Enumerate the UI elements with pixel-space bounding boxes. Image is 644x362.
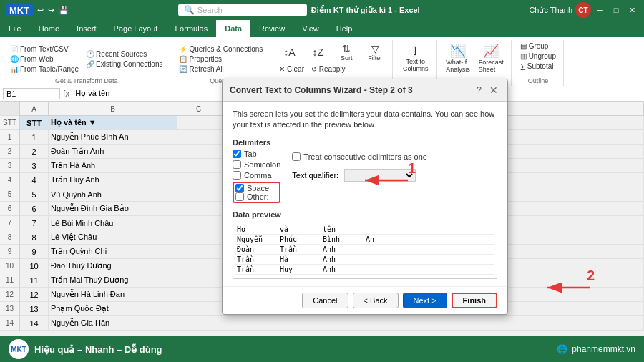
back-button[interactable]: < Back <box>353 293 399 308</box>
tab-review[interactable]: Review <box>250 20 293 37</box>
cell-c1[interactable] <box>177 130 220 145</box>
text-qualifier-select[interactable]: " ' <box>344 169 416 182</box>
cell-b13[interactable]: Phạm Quốc Đạt <box>49 302 177 316</box>
cell-a12[interactable]: 12 <box>20 288 49 302</box>
cell-c-header[interactable] <box>177 116 220 130</box>
other-checkbox[interactable] <box>235 192 244 201</box>
what-if-btn[interactable]: 📉 What-IfAnalysis <box>443 41 473 74</box>
cell-a-header[interactable]: STT <box>20 116 49 130</box>
maximize-btn[interactable]: □ <box>610 4 623 16</box>
from-table-btn[interactable]: 📊 From Table/Range <box>7 64 82 74</box>
properties-btn[interactable]: 📋 Properties <box>176 54 265 64</box>
cell-c7[interactable] <box>177 216 220 230</box>
cell-b6[interactable]: Nguyễn Đình Gia Bảo <box>49 202 177 216</box>
cell-c9[interactable] <box>177 245 220 259</box>
cell-b8[interactable]: Lê Việt Châu <box>49 230 177 245</box>
save-btn[interactable]: 💾 <box>59 6 69 15</box>
treat-consecutive-checkbox[interactable] <box>292 152 301 161</box>
cell-c14[interactable] <box>177 316 220 331</box>
cell-a13[interactable]: 13 <box>20 302 49 316</box>
search-container[interactable]: 🔍 Search <box>178 4 307 16</box>
sort-az-btn[interactable]: ↕A <box>276 45 302 59</box>
cell-c13[interactable] <box>177 302 220 316</box>
tab-view[interactable]: View <box>293 20 328 37</box>
tab-data[interactable]: Data <box>216 20 250 37</box>
cell-c11[interactable] <box>177 273 220 288</box>
next-button[interactable]: Next > <box>403 293 447 308</box>
cell-a1[interactable]: 1 <box>20 130 49 145</box>
cell-a8[interactable]: 8 <box>20 230 49 245</box>
cancel-button[interactable]: Cancel <box>302 293 348 308</box>
tab-pagelayout[interactable]: Page Layout <box>105 20 167 37</box>
text-to-columns-btn[interactable]: ⫿ Text toColumns <box>400 41 431 74</box>
name-box[interactable]: B1 <box>3 88 60 99</box>
from-web-btn[interactable]: 🌐 From Web <box>7 54 82 64</box>
cell-a3[interactable]: 3 <box>20 159 49 173</box>
semicolon-checkbox[interactable] <box>233 160 241 169</box>
minimize-btn[interactable]: ─ <box>594 4 607 16</box>
tab-insert[interactable]: Insert <box>68 20 105 37</box>
cell-b4[interactable]: Trần Huy Anh <box>49 173 177 187</box>
cell-b3[interactable]: Trần Hà Anh <box>49 159 177 173</box>
reapply-btn[interactable]: ↺ Reapply <box>308 64 348 74</box>
cell-a14[interactable]: 14 <box>20 316 49 331</box>
queries-icon: ⚡ <box>179 45 187 53</box>
cell-b10[interactable]: Đào Thuý Dương <box>49 259 177 273</box>
group-btn[interactable]: ▤ Group <box>517 41 559 51</box>
cell-b9[interactable]: Trần Quỳnh Chi <box>49 245 177 259</box>
cell-b5[interactable]: Vũ Quỳnh Anh <box>49 187 177 202</box>
cell-c4[interactable] <box>177 173 220 187</box>
cell-c2[interactable] <box>177 145 220 159</box>
clear-btn[interactable]: ✕ Clear <box>276 64 307 74</box>
title-bar: MKT ↩ ↪ 💾 🔍 Search Điểm KT thử giữa kì 1… <box>0 0 644 20</box>
cell-b11[interactable]: Trần Mai Thuý Dương <box>49 273 177 288</box>
cell-c6[interactable] <box>177 202 220 216</box>
cell-c3[interactable] <box>177 159 220 173</box>
cell-a10[interactable]: 10 <box>20 259 49 273</box>
sort-btn[interactable]: ⇅ Sort <box>333 41 359 63</box>
cell-b-header[interactable]: Họ và tên ▼ <box>49 116 177 130</box>
cell-b1[interactable]: Nguyễn Phúc Bình An <box>49 130 177 145</box>
tab-home[interactable]: Home <box>30 20 68 37</box>
tab-help[interactable]: Help <box>328 20 361 37</box>
comma-checkbox[interactable] <box>233 171 241 180</box>
recent-sources-btn[interactable]: 🕐 Recent Sources <box>83 49 165 59</box>
cell-b7[interactable]: Lê Bùi Minh Châu <box>49 216 177 230</box>
tab-checkbox[interactable] <box>233 150 241 158</box>
from-text-csv-btn[interactable]: 📄 From Text/CSV <box>7 44 82 54</box>
ungroup-btn[interactable]: ▥ Ungroup <box>517 52 559 61</box>
preview-cell-22: Anh <box>323 245 351 253</box>
cell-c5[interactable] <box>177 187 220 202</box>
cell-a7[interactable]: 7 <box>20 216 49 230</box>
cell-b14[interactable]: Nguyễn Gia Hân <box>49 316 177 331</box>
close-btn[interactable]: ✕ <box>625 4 638 16</box>
cell-b2[interactable]: Đoàn Trần Anh <box>49 145 177 159</box>
redo-btn[interactable]: ↪ <box>48 6 54 15</box>
tab-formulas[interactable]: Formulas <box>166 20 216 37</box>
cell-a11[interactable]: 11 <box>20 273 49 288</box>
subtotal-btn[interactable]: ∑ Subtotal <box>517 62 559 71</box>
filter-btn[interactable]: ▽ Filter <box>362 41 388 63</box>
forecast-sheet-btn[interactable]: 📈 ForecastSheet <box>476 41 507 74</box>
cell-a2[interactable]: 2 <box>20 145 49 159</box>
cell-b12[interactable]: Nguyễn Hà Linh Đan <box>49 288 177 302</box>
refresh-all-btn[interactable]: 🔄 Refresh All <box>176 64 265 74</box>
space-checkbox[interactable] <box>235 184 244 192</box>
dialog-close-btn[interactable]: ✕ <box>487 84 500 97</box>
cell-a6[interactable]: 6 <box>20 202 49 216</box>
cell-d14[interactable] <box>220 316 263 331</box>
cell-a5[interactable]: 5 <box>20 187 49 202</box>
cell-a9[interactable]: 9 <box>20 245 49 259</box>
existing-connections-btn[interactable]: 🔗 Existing Connections <box>83 59 165 69</box>
cell-c12[interactable] <box>177 288 220 302</box>
website-url[interactable]: phanmemmkt.vn <box>572 344 635 354</box>
undo-btn[interactable]: ↩ <box>37 6 44 15</box>
sort-za-btn[interactable]: ↕Z <box>305 45 331 59</box>
tab-file[interactable]: File <box>0 20 30 37</box>
cell-c8[interactable] <box>177 230 220 245</box>
finish-button[interactable]: Finish <box>452 293 497 308</box>
cell-a4[interactable]: 4 <box>20 173 49 187</box>
queries-connections-btn[interactable]: ⚡ Queries & Connections <box>176 44 265 54</box>
dialog-help-icon[interactable]: ? <box>477 85 482 95</box>
cell-c10[interactable] <box>177 259 220 273</box>
